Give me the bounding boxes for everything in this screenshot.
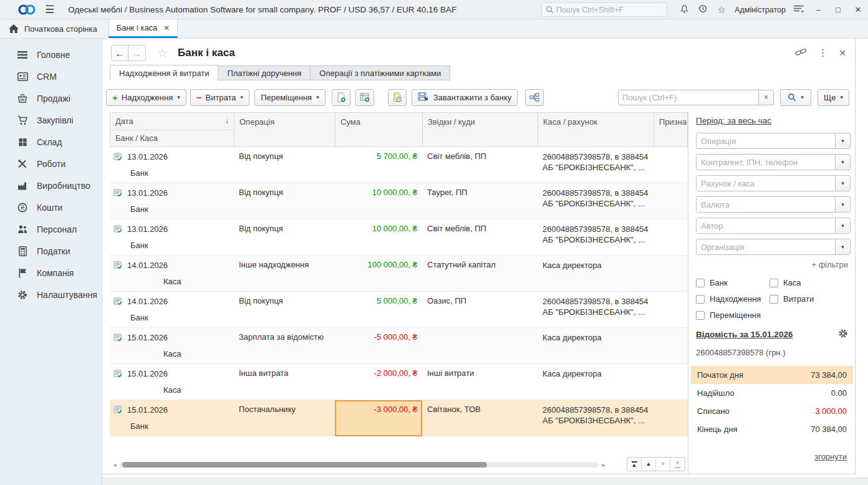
cell-amount[interactable]: -2 000,00, ₴: [335, 364, 422, 400]
filter-author[interactable]: ▾: [696, 218, 851, 234]
cell-operation[interactable]: Зарплата за відомістю: [234, 328, 335, 363]
cell-date[interactable]: 14.01.2026 Каса: [110, 256, 234, 291]
main-menu-icon[interactable]: ☰: [45, 4, 54, 15]
checkbox-expenses[interactable]: Витрати: [769, 294, 843, 304]
cell-account[interactable]: 260048857398578, в 388454АБ "БРОКБІЗНЕСБ…: [538, 183, 653, 219]
cell-purpose[interactable]: [653, 400, 687, 436]
column-header-date[interactable]: Дата ↓ Банк / Каса: [110, 113, 234, 146]
sidebar-item-taxes[interactable]: Податки: [0, 240, 102, 262]
cell-operation[interactable]: Від покупця: [234, 292, 335, 327]
window-maximize-button[interactable]: □: [828, 5, 848, 14]
list-search-field[interactable]: [618, 90, 759, 105]
table-row[interactable]: 15.01.2026 Каса Зарплата за відомістю -5…: [110, 328, 688, 364]
back-button[interactable]: ←: [112, 46, 128, 60]
cell-account[interactable]: 260048857398578, в 388454АБ "БРОКБІЗНЕСБ…: [538, 219, 653, 255]
cell-amount[interactable]: -5 000,00, ₴: [335, 328, 422, 363]
column-header-from-to[interactable]: Звідки / куди: [423, 113, 538, 146]
go-up-button[interactable]: ▲: [642, 458, 656, 471]
tab-close-icon[interactable]: ✕: [163, 24, 170, 32]
sidebar-item-crm[interactable]: CRM: [0, 65, 102, 87]
column-header-amount[interactable]: Сума: [335, 113, 423, 146]
sidebar-item-works[interactable]: Роботи: [0, 153, 102, 175]
notifications-bell-icon[interactable]: [675, 4, 693, 16]
dropdown-button[interactable]: ▾: [835, 133, 850, 148]
filter-account[interactable]: ▾: [696, 175, 851, 191]
cell-operation[interactable]: Від покупця: [234, 219, 335, 255]
filter-operation-input[interactable]: [697, 133, 835, 148]
cell-account[interactable]: 260048857398578, в 388454АБ "БРОКБІЗНЕСБ…: [538, 147, 653, 183]
cell-from-to[interactable]: Світ меблів, ПП: [422, 147, 538, 183]
cell-operation[interactable]: Від покупця: [234, 183, 335, 219]
scroll-right-icon[interactable]: ▸: [599, 461, 609, 468]
tab-bank-and-cash[interactable]: Банк і каса ✕: [109, 19, 178, 38]
cell-purpose[interactable]: [653, 183, 687, 219]
window-minimize-button[interactable]: –: [808, 5, 828, 14]
cell-from-to[interactable]: Світанок, ТОВ: [422, 400, 538, 436]
cell-from-to[interactable]: [422, 328, 538, 363]
cell-purpose[interactable]: [653, 328, 687, 363]
filter-counterparty-input[interactable]: [697, 155, 835, 170]
dropdown-button[interactable]: ▾: [835, 176, 850, 191]
tab-payment-orders[interactable]: Платіжні доручення: [218, 65, 311, 80]
create-document-button[interactable]: [332, 89, 350, 106]
load-from-bank-button[interactable]: Завантажити з банку: [412, 89, 518, 106]
cell-amount-selected[interactable]: -3 000,00, ₴: [335, 400, 422, 436]
cell-from-to[interactable]: Оазис, ПП: [422, 292, 538, 327]
sidebar-item-company[interactable]: Компанія: [0, 262, 102, 284]
table-row-selected[interactable]: 15.01.2026 Банк Постачальнику -3 000,00,…: [110, 400, 688, 436]
column-header-purpose[interactable]: Призна: [654, 113, 687, 146]
form-close-icon[interactable]: ✕: [839, 48, 846, 58]
table-row[interactable]: 14.01.2026 Банк Від покупця 5 000,00, ₴ …: [110, 292, 688, 328]
cell-operation[interactable]: Інше надходження: [234, 256, 335, 291]
search-options-button[interactable]: ▾: [780, 89, 811, 106]
filter-operation[interactable]: ▾: [696, 133, 851, 149]
sidebar-item-purchases[interactable]: Закупівлі: [0, 109, 102, 131]
cell-account[interactable]: Каса директора: [538, 328, 653, 363]
transfer-button[interactable]: Переміщення ▾: [254, 89, 326, 106]
checkbox-bank[interactable]: Банк: [696, 278, 769, 287]
dropdown-button[interactable]: ▾: [835, 239, 850, 254]
add-filters-link[interactable]: + фільтри: [691, 260, 848, 269]
sidebar-item-personnel[interactable]: Персонал: [0, 218, 102, 240]
cell-date[interactable]: 13.01.2026 Банк: [110, 183, 234, 219]
sidebar-item-money[interactable]: ₴ Кошти: [0, 196, 102, 218]
cell-account[interactable]: Каса директора: [538, 256, 653, 291]
sidebar-item-sales[interactable]: Продажі: [0, 87, 102, 109]
checkbox-transfers[interactable]: Переміщення: [696, 310, 769, 320]
cell-from-to[interactable]: Інші витрати: [422, 364, 538, 400]
cell-date[interactable]: 15.01.2026 Каса: [110, 364, 234, 400]
cell-date[interactable]: 15.01.2026 Банк: [110, 400, 234, 436]
cell-account[interactable]: Каса директора: [538, 364, 653, 400]
expense-button[interactable]: − Витрата ▾: [190, 89, 249, 106]
filter-account-input[interactable]: [697, 176, 835, 191]
related-documents-button[interactable]: [525, 89, 544, 106]
income-button[interactable]: + Надходження ▾: [106, 89, 186, 106]
filter-counterparty[interactable]: ▾: [696, 154, 851, 170]
cell-purpose[interactable]: [653, 147, 687, 183]
tab-home[interactable]: Початкова сторінка: [0, 19, 109, 38]
scheduled-document-button[interactable]: [388, 89, 407, 106]
statement-settings-gear-icon[interactable]: [838, 329, 848, 340]
sidebar-item-settings[interactable]: Налаштування: [0, 284, 102, 305]
cell-amount[interactable]: 10 000,00, ₴: [335, 183, 422, 219]
cell-date[interactable]: 14.01.2026 Банк: [110, 292, 234, 327]
current-user[interactable]: Адміністратор: [735, 6, 786, 14]
dropdown-button[interactable]: ▾: [835, 218, 850, 233]
tab-card-operations[interactable]: Операції з платіжними картками: [311, 65, 450, 80]
collapse-link[interactable]: згорнути: [691, 452, 847, 461]
cell-from-to[interactable]: Статутний капітал: [422, 256, 538, 291]
statement-link[interactable]: Відомість за 15.01.2026: [696, 330, 793, 339]
cell-amount[interactable]: 5 700,00, ₴: [335, 147, 422, 183]
column-header-account[interactable]: Каса / рахунок: [538, 113, 654, 146]
more-menu-icon[interactable]: ⋮: [818, 47, 827, 59]
global-search[interactable]: [541, 2, 667, 17]
table-row[interactable]: 15.01.2026 Каса Інша витрата -2 000,00, …: [110, 364, 688, 400]
cell-date[interactable]: 13.01.2026 Банк: [110, 147, 234, 183]
favorite-star-icon[interactable]: ☆: [157, 46, 168, 60]
go-to-first-button[interactable]: ▲: [627, 458, 642, 471]
cell-from-to[interactable]: Світ меблів, ПП: [422, 219, 538, 255]
scrollbar-track[interactable]: [120, 462, 599, 468]
window-close-button[interactable]: ✕: [848, 5, 868, 14]
table-row[interactable]: 13.01.2026 Банк Від покупця 10 000,00, ₴…: [110, 219, 688, 256]
global-search-input[interactable]: [556, 6, 656, 14]
